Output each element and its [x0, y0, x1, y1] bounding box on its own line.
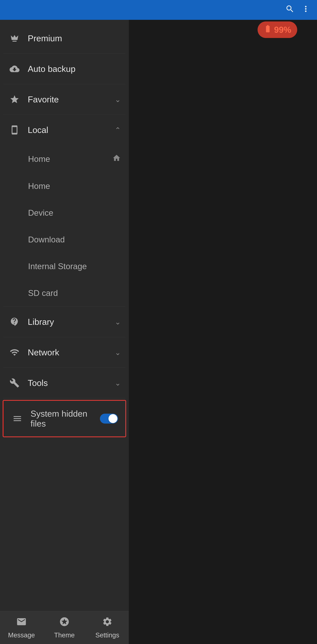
bottom-nav-message[interactable]: Message	[5, 616, 38, 639]
network-label: Network	[28, 348, 115, 357]
premium-label: Premium	[28, 33, 121, 43]
battery-percent: 99%	[274, 25, 291, 35]
nav-items: Premium Auto backup Favorite ⌄	[0, 20, 129, 611]
star-icon	[8, 93, 21, 106]
bottom-nav-settings[interactable]: Settings	[91, 616, 124, 639]
favorite-label: Favorite	[28, 94, 115, 104]
sidebar-item-system-hidden-files[interactable]: System hidden files	[3, 400, 126, 437]
local-chevron-up-icon: ⌃	[115, 126, 121, 134]
backup-icon	[8, 62, 21, 76]
theme-icon	[59, 616, 70, 630]
phone-icon	[8, 123, 21, 136]
sidebar-item-library[interactable]: Library ⌄	[0, 307, 129, 337]
download-label: Download	[28, 235, 121, 244]
sidebar-item-device[interactable]: Device	[0, 200, 129, 226]
crown-icon	[8, 32, 21, 45]
tools-chevron-down-icon: ⌄	[115, 379, 121, 387]
tools-label: Tools	[28, 378, 115, 388]
wrench-icon	[8, 376, 21, 390]
drawer: Premium Auto backup Favorite ⌄	[0, 0, 129, 644]
device-label: Device	[28, 208, 121, 218]
sidebar-item-tools[interactable]: Tools ⌄	[0, 368, 129, 398]
sidebar-item-internal-storage[interactable]: Internal Storage	[0, 253, 129, 280]
sidebar-item-sd-card[interactable]: SD card	[0, 280, 129, 306]
library-icon	[8, 315, 21, 328]
settings-icon	[102, 616, 112, 630]
home-2-label: Home	[28, 181, 121, 191]
message-icon	[16, 616, 27, 630]
battery-badge: 99%	[258, 22, 297, 38]
sidebar-item-favorite[interactable]: Favorite ⌄	[0, 84, 129, 114]
sidebar-item-local[interactable]: Local ⌃	[0, 115, 129, 145]
network-chevron-down-icon: ⌄	[115, 348, 121, 357]
local-label: Local	[28, 125, 115, 135]
system-hidden-files-toggle[interactable]	[100, 414, 118, 424]
right-top-bar	[129, 0, 317, 20]
system-hidden-files-label: System hidden files	[30, 409, 100, 428]
more-vert-icon[interactable]	[301, 4, 310, 16]
hidden-files-icon	[11, 412, 24, 425]
auto-backup-label: Auto backup	[28, 64, 121, 74]
right-panel: 99%	[129, 0, 317, 644]
drawer-top-bar	[0, 0, 129, 20]
sidebar-item-download[interactable]: Download	[0, 226, 129, 253]
search-icon[interactable]	[285, 4, 294, 16]
message-label: Message	[8, 632, 35, 639]
theme-label: Theme	[54, 632, 75, 639]
home-icon	[112, 154, 121, 164]
network-icon	[8, 346, 21, 359]
bottom-nav-theme[interactable]: Theme	[48, 616, 81, 639]
library-chevron-down-icon: ⌄	[115, 318, 121, 326]
divider-7	[3, 398, 126, 398]
internal-storage-label: Internal Storage	[28, 262, 121, 271]
home-1-label: Home	[28, 154, 112, 164]
sidebar-item-premium[interactable]: Premium	[0, 23, 129, 54]
bottom-nav: Message Theme Settings	[0, 611, 129, 644]
favorite-chevron-down-icon: ⌄	[115, 95, 121, 104]
battery-icon	[264, 24, 272, 35]
settings-label: Settings	[96, 632, 119, 639]
sd-card-label: SD card	[28, 288, 121, 298]
sidebar-item-home-1[interactable]: Home	[0, 145, 129, 173]
sidebar-item-network[interactable]: Network ⌄	[0, 337, 129, 368]
library-label: Library	[28, 317, 115, 327]
sidebar-item-auto-backup[interactable]: Auto backup	[0, 54, 129, 84]
sidebar-item-home-2[interactable]: Home	[0, 173, 129, 200]
